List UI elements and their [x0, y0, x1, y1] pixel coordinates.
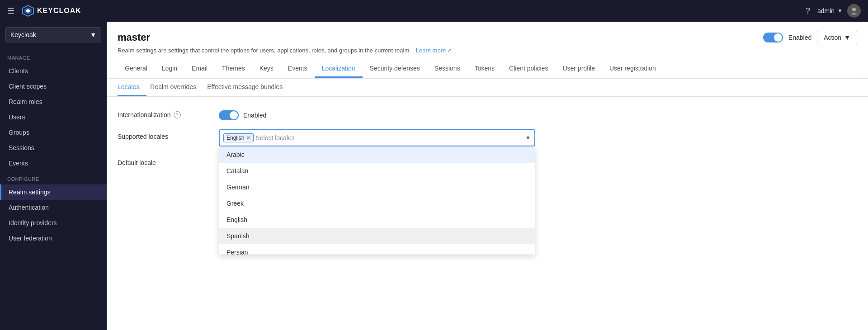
internationalization-toggle[interactable]	[219, 110, 239, 120]
page-title: master	[118, 32, 150, 43]
sub-tabs: Locales Realm overrides Effective messag…	[107, 79, 868, 97]
internationalization-row: Internationalization ? Enabled	[118, 108, 857, 120]
main-header: master Enabled Action ▼ Realm settings a…	[107, 22, 868, 79]
sidebar-item-sessions[interactable]: Sessions	[0, 140, 107, 156]
tab-user-registration[interactable]: User registration	[602, 60, 663, 78]
sub-tab-realm-overrides[interactable]: Realm overrides	[150, 79, 203, 96]
sidebar-item-users[interactable]: Users	[0, 109, 107, 125]
realm-chevron-icon: ▼	[90, 31, 96, 38]
sidebar-item-authentication[interactable]: Authentication	[0, 200, 107, 215]
internationalization-help-icon[interactable]: ?	[174, 111, 181, 118]
admin-chevron-icon: ▼	[837, 8, 843, 14]
tab-events[interactable]: Events	[281, 60, 315, 78]
sidebar-item-user-federation[interactable]: User federation	[0, 231, 107, 246]
tab-email[interactable]: Email	[184, 60, 215, 78]
hamburger-icon[interactable]: ☰	[7, 6, 14, 16]
external-link-icon: ↗	[447, 47, 452, 54]
logo-text: KEYCLOAK	[37, 7, 81, 15]
main-tabs: General Login Email Themes Keys Events L…	[118, 60, 857, 78]
default-locale-label: Default locale	[118, 156, 208, 166]
tab-general[interactable]: General	[118, 60, 155, 78]
action-button[interactable]: Action ▼	[817, 31, 857, 44]
supported-locales-row: Supported locales English ✕ Select local…	[118, 129, 857, 146]
sidebar-item-realm-settings[interactable]: Realm settings	[0, 184, 107, 200]
locale-tag-remove-english[interactable]: ✕	[246, 135, 250, 141]
internationalization-enabled-text: Enabled	[243, 112, 266, 119]
page-description: Realm settings are settings that control…	[118, 47, 857, 54]
admin-menu[interactable]: admin ▼	[817, 7, 843, 14]
select-locales-chevron-icon: ▼	[525, 135, 531, 141]
tab-localization[interactable]: Localization	[315, 60, 363, 78]
realm-enabled-toggle[interactable]	[763, 33, 783, 42]
tab-login[interactable]: Login	[155, 60, 184, 78]
learn-more-link[interactable]: Learn more ↗	[416, 47, 452, 54]
dropdown-item-persian[interactable]: Persian	[219, 244, 535, 255]
dropdown-item-catalan[interactable]: Catalan	[219, 163, 535, 179]
sidebar-item-groups[interactable]: Groups	[0, 125, 107, 140]
tab-security-defenses[interactable]: Security defenses	[363, 60, 427, 78]
keycloak-logo-icon	[22, 5, 34, 17]
supported-locales-label: Supported locales	[118, 129, 208, 140]
dropdown-item-german[interactable]: German	[219, 179, 535, 195]
action-label: Action	[824, 34, 841, 41]
tab-tokens[interactable]: Tokens	[467, 60, 502, 78]
internationalization-toggle-row: Enabled	[219, 108, 535, 120]
main-content: master Enabled Action ▼ Realm settings a…	[107, 22, 868, 330]
sidebar-item-client-scopes[interactable]: Client scopes	[0, 79, 107, 94]
tab-sessions[interactable]: Sessions	[427, 60, 467, 78]
dropdown-item-spanish[interactable]: Spanish	[219, 228, 535, 244]
internationalization-label: Internationalization ?	[118, 108, 208, 118]
supported-locales-control: English ✕ Select locales ▼ Arabic Catala…	[219, 129, 535, 146]
avatar[interactable]	[847, 4, 861, 18]
configure-section-label: Configure	[0, 171, 107, 184]
tab-client-policies[interactable]: Client policies	[502, 60, 555, 78]
help-icon[interactable]: ?	[806, 6, 810, 16]
locales-dropdown: Arabic Catalan German Greek English Span…	[219, 146, 535, 255]
tab-keys[interactable]: Keys	[252, 60, 281, 78]
dropdown-item-arabic[interactable]: Arabic	[219, 146, 535, 163]
manage-section-label: Manage	[0, 50, 107, 63]
locale-tag-english: English ✕	[223, 133, 254, 142]
sub-tab-locales[interactable]: Locales	[118, 79, 146, 96]
title-actions: Enabled Action ▼	[763, 31, 857, 44]
locales-select[interactable]: English ✕ Select locales ▼	[219, 129, 535, 146]
sidebar: Keycloak ▼ Manage Clients Client scopes …	[0, 22, 107, 330]
svg-point-3	[852, 8, 856, 11]
action-chevron-icon: ▼	[844, 34, 850, 41]
dropdown-item-greek[interactable]: Greek	[219, 195, 535, 212]
content-area: Internationalization ? Enabled Supported…	[107, 97, 868, 330]
sidebar-item-identity-providers[interactable]: Identity providers	[0, 215, 107, 231]
sidebar-item-clients[interactable]: Clients	[0, 63, 107, 79]
sub-tab-effective-message-bundles[interactable]: Effective message bundles	[207, 79, 290, 96]
realm-name: Keycloak	[10, 31, 36, 38]
sidebar-item-realm-roles[interactable]: Realm roles	[0, 94, 107, 109]
internationalization-control: Enabled	[219, 108, 535, 120]
admin-label: admin	[817, 7, 835, 14]
tab-themes[interactable]: Themes	[215, 60, 252, 78]
sidebar-item-events[interactable]: Events	[0, 156, 107, 171]
user-avatar-icon	[850, 7, 858, 15]
logo: KEYCLOAK	[22, 5, 81, 17]
realm-selector[interactable]: Keycloak ▼	[5, 27, 101, 42]
navbar: ☰ KEYCLOAK ? admin ▼	[0, 0, 868, 22]
enabled-label: Enabled	[788, 34, 811, 41]
dropdown-item-english[interactable]: English	[219, 212, 535, 228]
select-locales-placeholder: Select locales	[255, 134, 294, 141]
tab-user-profile[interactable]: User profile	[555, 60, 602, 78]
